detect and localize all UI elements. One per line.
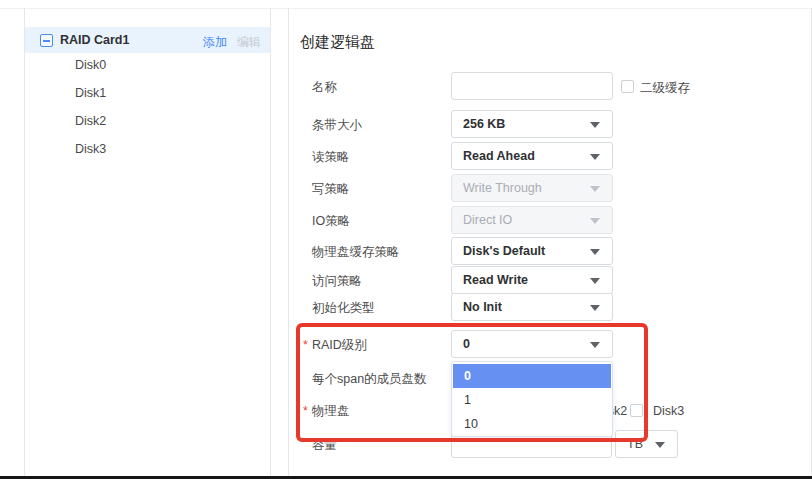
chevron-down-icon bbox=[655, 442, 665, 448]
chevron-down-icon bbox=[590, 305, 600, 311]
raid-level-label-wrap: *RAID级别 bbox=[303, 337, 438, 354]
chevron-down-icon bbox=[590, 122, 600, 128]
sidebar-item-raid-card[interactable]: RAID Card1 添加 编辑 bbox=[25, 27, 270, 53]
sidebar-left-border bbox=[24, 8, 25, 476]
chevron-down-icon bbox=[590, 218, 600, 224]
dropdown-option-10[interactable]: 10 bbox=[453, 412, 611, 436]
capacity-unit-value: TB bbox=[627, 437, 643, 451]
name-field-label: 名称 bbox=[312, 79, 447, 96]
sidebar-item-disk1[interactable]: Disk1 bbox=[75, 86, 106, 104]
disk-cache-policy-value: Disk's Default bbox=[463, 244, 545, 258]
stripe-size-label: 条带大小 bbox=[312, 117, 447, 134]
chevron-down-icon bbox=[590, 278, 600, 284]
sidebar-right-border bbox=[270, 8, 271, 476]
io-policy-value: Direct IO bbox=[463, 213, 512, 227]
chevron-down-icon bbox=[590, 154, 600, 160]
raid-config-page: RAID Card1 添加 编辑 Disk0 Disk1 Disk2 Disk3… bbox=[0, 0, 812, 479]
physical-disks-label-wrap: *物理盘 bbox=[303, 403, 438, 420]
physical-disks-label: 物理盘 bbox=[312, 404, 350, 418]
secondary-cache-checkbox[interactable] bbox=[621, 80, 634, 93]
init-type-label: 初始化类型 bbox=[312, 300, 447, 317]
read-policy-select[interactable]: Read Ahead bbox=[451, 142, 613, 170]
read-policy-value: Read Ahead bbox=[463, 149, 535, 163]
raid-level-value: 0 bbox=[463, 337, 470, 351]
init-type-value: No Init bbox=[463, 300, 502, 314]
required-asterisk: * bbox=[303, 404, 308, 418]
span-member-disks-label: 每个span的成员盘数 bbox=[312, 371, 462, 388]
sidebar-item-disk0[interactable]: Disk0 bbox=[75, 58, 106, 76]
stripe-size-select[interactable]: 256 KB bbox=[451, 110, 613, 138]
main-panel-left-border bbox=[288, 8, 289, 476]
raid-card-label: RAID Card1 bbox=[60, 33, 129, 47]
required-asterisk: * bbox=[303, 338, 308, 352]
write-policy-value: Write Through bbox=[463, 181, 542, 195]
access-policy-label: 访问策略 bbox=[312, 273, 447, 290]
name-input[interactable] bbox=[451, 72, 613, 100]
io-policy-label: IO策略 bbox=[312, 213, 447, 230]
read-policy-label: 读策略 bbox=[312, 149, 447, 166]
write-policy-select: Write Through bbox=[451, 174, 613, 202]
capacity-label: 容量 bbox=[312, 437, 447, 454]
dropdown-option-1[interactable]: 1 bbox=[453, 388, 611, 412]
add-link[interactable]: 添加 bbox=[203, 34, 227, 51]
raid-level-label: RAID级别 bbox=[312, 338, 367, 352]
init-type-select[interactable]: No Init bbox=[451, 293, 613, 321]
collapse-minus-icon[interactable] bbox=[40, 34, 53, 47]
io-policy-select: Direct IO bbox=[451, 206, 613, 234]
chevron-down-icon bbox=[590, 186, 600, 192]
raid-level-dropdown-menu: 0 1 10 bbox=[451, 361, 613, 437]
disk3-checkbox[interactable] bbox=[630, 404, 643, 417]
write-policy-label: 写策略 bbox=[312, 181, 447, 198]
raid-level-select[interactable]: 0 bbox=[451, 330, 613, 358]
access-policy-value: Read Write bbox=[463, 273, 528, 287]
stripe-size-value: 256 KB bbox=[463, 117, 505, 131]
disk3-checkbox-label: Disk3 bbox=[653, 404, 684, 418]
disk-cache-policy-select[interactable]: Disk's Default bbox=[451, 237, 613, 265]
page-title: 创建逻辑盘 bbox=[300, 33, 375, 52]
sidebar-item-disk3[interactable]: Disk3 bbox=[75, 142, 106, 160]
secondary-cache-label: 二级缓存 bbox=[640, 80, 690, 97]
access-policy-select[interactable]: Read Write bbox=[451, 266, 613, 294]
disk-cache-policy-label: 物理盘缓存策略 bbox=[312, 244, 447, 261]
top-divider bbox=[0, 8, 812, 9]
dropdown-option-0[interactable]: 0 bbox=[453, 364, 611, 388]
edit-link[interactable]: 编辑 bbox=[237, 34, 261, 51]
sidebar-item-disk2[interactable]: Disk2 bbox=[75, 114, 106, 132]
chevron-down-icon bbox=[590, 249, 600, 255]
capacity-unit-select[interactable]: TB bbox=[615, 430, 678, 458]
chevron-down-icon bbox=[590, 342, 600, 348]
